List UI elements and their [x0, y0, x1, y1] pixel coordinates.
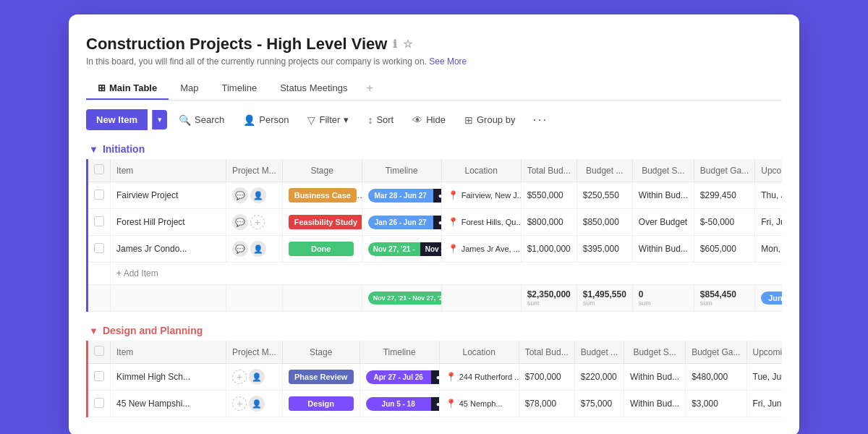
row-checkbox-cell[interactable] — [88, 209, 111, 236]
col-stage: Stage — [282, 341, 359, 364]
timeline-badge: Apr 27 - Jul 26 ● — [366, 370, 440, 384]
person-avatar: 👤 — [250, 187, 266, 203]
table-row: Kimmel High Sch... + 👤 Phase Review — [88, 364, 783, 391]
star-icon[interactable]: ☆ — [403, 38, 412, 51]
col-budget-status: Budget S... — [632, 159, 694, 182]
add-person-icon[interactable]: + — [232, 370, 247, 384]
total-budget-cell: $800,000 — [521, 209, 576, 236]
location-pin-icon: 📍 — [446, 372, 456, 382]
see-more-link[interactable]: See More — [429, 56, 467, 67]
total-budget-cell: $1,000,000 — [521, 236, 576, 263]
header-checkbox[interactable] — [94, 164, 104, 174]
location-cell: 📍 James Jr Ave, ... — [441, 236, 521, 263]
info-icon[interactable]: ℹ — [393, 38, 397, 51]
filter-button[interactable]: ▽ Filter ▾ — [300, 110, 356, 130]
row-checkbox-cell[interactable] — [88, 364, 111, 391]
header-checkbox[interactable] — [94, 346, 104, 356]
col-upcoming: Upcoming Sta — [755, 159, 782, 182]
hide-button[interactable]: 👁 Hide — [405, 110, 453, 130]
stage-cell: Done — [282, 236, 362, 263]
col-upcoming: Upcoming Sta — [746, 341, 782, 364]
timeline-left: Nov 27, '21 - — [368, 242, 420, 256]
col-timeline: Timeline — [362, 159, 441, 182]
budget-gap-cell: $299,450 — [694, 182, 754, 209]
row-checkbox-cell[interactable] — [88, 236, 111, 263]
timeline-right: ● — [431, 397, 440, 411]
add-person-icon[interactable]: + — [250, 215, 265, 229]
group-by-label: Group by — [477, 114, 515, 125]
tab-label: Map — [180, 82, 198, 93]
tab-main-table[interactable]: ⊞ Main Table — [86, 77, 169, 100]
add-tab-button[interactable]: + — [359, 77, 380, 100]
tab-map[interactable]: Map — [169, 77, 210, 100]
section-design-planning: ▼ Design and Planning Item Project M... … — [86, 319, 782, 417]
hide-label: Hide — [426, 114, 446, 125]
location-text: James Jr Ave, ... — [461, 244, 520, 253]
upcoming-badge: Jun 9 - — [761, 292, 782, 305]
add-person-icon[interactable]: + — [232, 396, 247, 411]
toolbar: New Item ▾ 🔍 Search 👤 Person ▽ Filter ▾ … — [86, 101, 782, 137]
person-label: Person — [259, 114, 289, 125]
initiation-table-wrapper: Item Project M... Stage Timeline Locatio… — [86, 159, 782, 312]
upcoming-cell: Fri, Jun 10 — [755, 209, 782, 236]
tab-status-meetings[interactable]: Status Meetings — [268, 77, 359, 100]
row-checkbox[interactable] — [94, 371, 104, 381]
group-by-button[interactable]: ⊞ Group by — [457, 110, 522, 130]
row-checkbox[interactable] — [94, 216, 104, 226]
project-m-cell: 💬 👤 — [226, 236, 283, 263]
new-item-dropdown-button[interactable]: ▾ — [152, 110, 167, 129]
timeline-right: ● — [433, 189, 442, 203]
section-design-header[interactable]: ▼ Design and Planning — [86, 319, 782, 341]
more-options-button[interactable]: ··· — [527, 109, 553, 130]
sort-label: Sort — [376, 114, 393, 125]
row-checkbox[interactable] — [94, 398, 104, 408]
search-icon: 🔍 — [179, 114, 191, 126]
budget2-cell: $250,550 — [576, 182, 632, 209]
location-cell: 📍 Fairview, New J... — [441, 182, 521, 209]
location-pin-icon: 📍 — [448, 190, 459, 200]
chat-icon: 💬 — [232, 241, 248, 257]
budget-gap-cell: $-50,000 — [694, 209, 754, 236]
sum-timeline-left: Nov 27, '21 - Nov 27, '22 — [368, 292, 442, 305]
col-checkbox — [88, 159, 111, 182]
timeline-badge: Jan 26 - Jun 27 ● — [368, 216, 442, 229]
col-total-budget: Total Bud... — [521, 159, 576, 182]
col-project-m: Project M... — [226, 159, 283, 182]
location-pin-icon: 📍 — [448, 244, 459, 254]
col-checkbox — [88, 341, 111, 364]
location-text: 45 Nemph... — [459, 399, 503, 408]
item-name: Fairview Project — [116, 190, 178, 200]
table-row: Forest Hill Project 💬 + Feasibility Stud… — [88, 209, 783, 236]
page-subtitle: In this board, you will find all of the … — [86, 56, 782, 67]
row-checkbox[interactable] — [94, 190, 104, 200]
col-budget-gap: Budget Ga... — [694, 159, 754, 182]
col-location: Location — [441, 159, 521, 182]
timeline-badge: Jun 5 - 18 ● — [366, 397, 440, 411]
new-item-button[interactable]: New Item — [86, 109, 148, 130]
project-m-cell: + 👤 — [226, 391, 283, 417]
col-project-m: Project M... — [226, 341, 283, 364]
section-initiation-header[interactable]: ▼ Initiation — [86, 137, 782, 159]
tab-timeline[interactable]: Timeline — [210, 77, 269, 100]
chat-icon: 💬 — [232, 214, 248, 230]
search-button[interactable]: 🔍 Search — [171, 110, 231, 130]
stage-badge: Feasibility Study — [289, 215, 362, 229]
add-item-row[interactable]: + Add Item — [88, 263, 783, 285]
upcoming-cell: Fri, Jun 10 — [746, 391, 782, 417]
row-checkbox[interactable] — [94, 243, 104, 253]
budget2-cell: $220,000 — [574, 364, 624, 391]
page-header: Construction Projects - High Level View … — [86, 35, 782, 67]
budget-status-cell: Within Bud... — [624, 391, 686, 417]
row-checkbox-cell[interactable] — [88, 182, 111, 209]
budget2-cell: $75,000 — [574, 391, 624, 417]
location-text: Forest Hills, Qu... — [461, 218, 522, 226]
col-budget-status: Budget S... — [624, 341, 686, 364]
sum-budget-gap: $854,450 sum — [694, 285, 754, 312]
add-item-label[interactable]: + Add Item — [111, 263, 783, 285]
filter-label: Filter — [319, 114, 340, 125]
design-table: Item Project M... Stage Timeline Locatio… — [86, 341, 782, 417]
budget-gap-cell: $605,000 — [694, 236, 754, 263]
row-checkbox-cell[interactable] — [88, 391, 111, 417]
sort-button[interactable]: ↕ Sort — [360, 110, 401, 130]
person-button[interactable]: 👤 Person — [236, 110, 296, 130]
